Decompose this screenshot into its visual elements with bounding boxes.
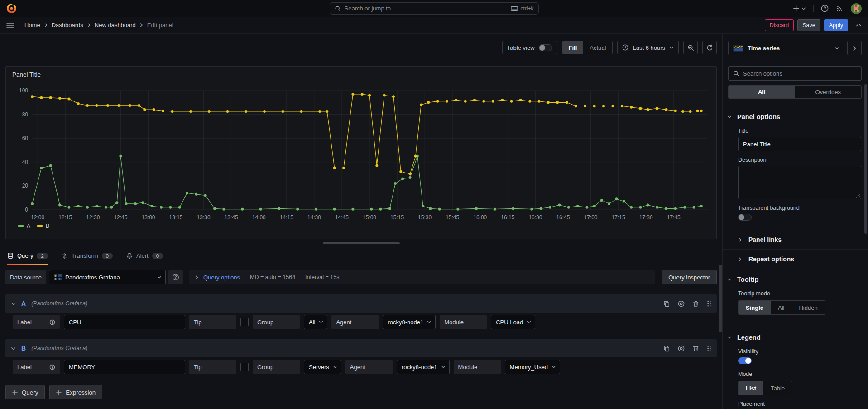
- user-avatar[interactable]: [851, 3, 862, 14]
- tip-label: Tip: [189, 360, 236, 374]
- search-input[interactable]: [345, 5, 508, 12]
- svg-text:15:15: 15:15: [390, 214, 404, 221]
- group-label: Group: [253, 315, 300, 329]
- resize-corner-icon[interactable]: [855, 193, 860, 198]
- tab-query[interactable]: Query 2: [7, 246, 48, 265]
- add-query-button[interactable]: Query: [5, 385, 45, 399]
- collapse-up-icon[interactable]: [856, 22, 862, 28]
- tab-alert[interactable]: Alert 0: [126, 246, 163, 265]
- panel-title-input[interactable]: [738, 137, 861, 151]
- options-search[interactable]: [728, 66, 862, 81]
- hide-eye-icon[interactable]: [678, 345, 685, 352]
- table-view-label: Table view: [507, 44, 535, 51]
- news-rss-icon[interactable]: [836, 5, 844, 12]
- svg-text:17:45: 17:45: [667, 214, 681, 221]
- repeat-options-row[interactable]: Repeat options: [723, 249, 868, 269]
- datasource-help-button[interactable]: [168, 270, 183, 284]
- query-b-label-input[interactable]: [64, 360, 185, 374]
- duplicate-icon[interactable]: [663, 300, 670, 307]
- query-editor: Data source Pandorafms Grafana: [0, 265, 722, 409]
- transparent-bg-toggle[interactable]: [738, 214, 752, 221]
- legend-item-a[interactable]: A: [18, 223, 30, 229]
- options-search-input[interactable]: [743, 70, 857, 77]
- zoom-out-button[interactable]: [683, 41, 698, 54]
- legend-item-b[interactable]: B: [37, 223, 49, 229]
- breadcrumb-new-dashboard[interactable]: New dashboard: [95, 22, 136, 29]
- datasource-picker[interactable]: Pandorafms Grafana: [49, 270, 166, 284]
- datasource-row: Data source Pandorafms Grafana: [5, 270, 717, 284]
- chevron-down-icon: [834, 46, 839, 51]
- query-b-header[interactable]: B (Pandorafms Grafana): [5, 339, 717, 357]
- refresh-button[interactable]: [702, 41, 717, 54]
- grafana-logo[interactable]: [6, 3, 17, 14]
- visualization-picker[interactable]: Time series: [728, 41, 844, 55]
- query-b-module-select[interactable]: Memory_Used: [505, 360, 561, 374]
- title-field-label: Title: [738, 128, 861, 134]
- hide-eye-icon[interactable]: [678, 300, 685, 307]
- fill-option[interactable]: Fill: [562, 41, 584, 54]
- chevron-down-icon: [727, 115, 732, 119]
- duplicate-icon[interactable]: [663, 345, 670, 352]
- legend-mode-list[interactable]: List: [739, 381, 763, 395]
- panel-title: Panel Title: [11, 69, 711, 79]
- tip-checkbox[interactable]: [240, 363, 249, 371]
- panel-resize-handle[interactable]: [323, 242, 400, 244]
- breadcrumb-home[interactable]: Home: [24, 22, 40, 29]
- add-expression-button[interactable]: Expression: [49, 385, 102, 399]
- global-search[interactable]: ctrl+k: [330, 2, 539, 15]
- actual-option[interactable]: Actual: [583, 41, 612, 54]
- time-series-chart[interactable]: 02040608010012:0012:1512:3012:4513:0013:…: [11, 79, 710, 223]
- apply-button[interactable]: Apply: [824, 19, 848, 31]
- query-a-label-input[interactable]: [64, 315, 185, 329]
- description-textarea[interactable]: [738, 166, 861, 199]
- query-options-toggle[interactable]: Query options: [195, 274, 240, 281]
- legend-visibility-toggle[interactable]: [738, 357, 752, 364]
- new-menu-button[interactable]: [793, 5, 806, 12]
- sidebar-scrollbar[interactable]: [864, 84, 867, 234]
- drag-handle-icon[interactable]: [707, 345, 711, 352]
- chevron-down-icon: [333, 365, 337, 369]
- chart-panel[interactable]: Panel Title 02040608010012:0012:1512:301…: [5, 66, 717, 239]
- trash-icon[interactable]: [693, 345, 699, 352]
- plus-icon: [56, 390, 62, 395]
- query-b-agent-select[interactable]: rocky8-node1: [397, 360, 450, 374]
- query-a-module-select[interactable]: CPU Load: [491, 315, 535, 329]
- legend-heading[interactable]: Legend: [723, 327, 868, 343]
- main-scrollbar[interactable]: [719, 265, 722, 332]
- breadcrumb-dashboards[interactable]: Dashboards: [52, 22, 83, 29]
- help-icon[interactable]: [821, 5, 829, 12]
- query-inspector-button[interactable]: Query inspector: [662, 270, 717, 284]
- svg-text:15:45: 15:45: [446, 214, 459, 221]
- tooltip-single[interactable]: Single: [739, 301, 771, 314]
- trash-icon[interactable]: [693, 300, 699, 307]
- plus-icon: [12, 390, 18, 395]
- panel-options-heading[interactable]: Panel options: [723, 106, 868, 122]
- query-a-header[interactable]: A (Pandorafms Grafana): [5, 294, 717, 313]
- tooltip-heading[interactable]: Tooltip: [723, 269, 868, 285]
- tip-checkbox[interactable]: [240, 318, 249, 326]
- query-b-group-select[interactable]: Servers: [304, 360, 341, 374]
- drag-handle-icon[interactable]: [707, 300, 711, 307]
- max-data-points: MD = auto = 1564: [250, 274, 295, 280]
- filter-all[interactable]: All: [729, 86, 795, 98]
- tab-transform[interactable]: Transform 0: [62, 246, 113, 265]
- table-view-toggle[interactable]: [539, 44, 552, 51]
- menu-toggle-icon[interactable]: [6, 22, 14, 29]
- tooltip-all[interactable]: All: [771, 301, 791, 314]
- collapse-options-button[interactable]: [847, 41, 862, 55]
- time-range-picker[interactable]: Last 6 hours: [617, 41, 679, 54]
- discard-button[interactable]: Discard: [765, 19, 794, 31]
- group-label: Group: [253, 360, 300, 374]
- legend-mode-table[interactable]: Table: [763, 381, 792, 395]
- query-a-group-select[interactable]: All: [304, 315, 327, 329]
- svg-text:100: 100: [19, 87, 28, 94]
- panel-links-row[interactable]: Panel links: [723, 230, 868, 249]
- query-b-refid: B: [21, 345, 26, 352]
- tooltip-mode-label: Tooltip mode: [738, 290, 861, 297]
- query-a-agent-select[interactable]: rocky8-node1: [383, 315, 436, 329]
- save-button[interactable]: Save: [797, 19, 820, 31]
- tooltip-hidden[interactable]: Hidden: [791, 301, 825, 314]
- time-range-label: Last 6 hours: [633, 44, 665, 51]
- svg-text:16:00: 16:00: [473, 214, 487, 221]
- filter-overrides[interactable]: Overrides: [795, 86, 862, 98]
